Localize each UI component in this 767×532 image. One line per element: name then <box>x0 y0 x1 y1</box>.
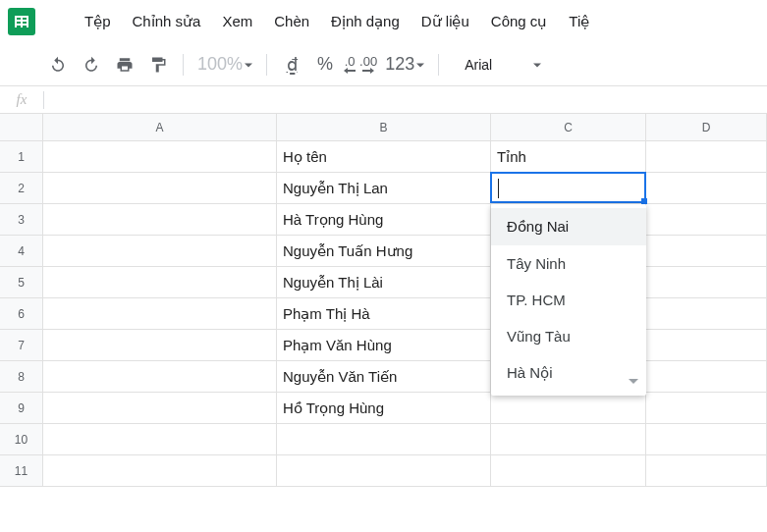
row-header[interactable]: 8 <box>0 361 43 393</box>
cell[interactable] <box>43 267 277 298</box>
menu-view[interactable]: Xem <box>212 7 262 36</box>
cell[interactable] <box>43 141 277 173</box>
undo-icon <box>49 56 67 74</box>
cell[interactable] <box>43 361 277 393</box>
cell[interactable] <box>646 141 767 173</box>
cell[interactable] <box>491 173 646 204</box>
cell[interactable] <box>646 361 767 393</box>
arrow-left-icon <box>344 68 356 74</box>
cell[interactable] <box>646 393 767 424</box>
print-button[interactable] <box>110 50 139 80</box>
cell[interactable] <box>277 424 491 455</box>
row-header[interactable]: 4 <box>0 236 43 267</box>
chevron-down-icon <box>629 374 638 390</box>
arrow-right-icon <box>362 68 374 74</box>
cell[interactable] <box>646 236 767 267</box>
row-header[interactable]: 6 <box>0 298 43 330</box>
cell[interactable] <box>646 455 767 487</box>
col-header-b[interactable]: B <box>277 114 491 141</box>
menu-insert[interactable]: Chèn <box>264 7 319 36</box>
fx-icon: fx <box>0 91 43 108</box>
menu-edit[interactable]: Chỉnh sửa <box>123 7 211 36</box>
menubar: Tệp Chỉnh sửa Xem Chèn Định dạng Dữ liệu… <box>0 0 767 43</box>
row-header[interactable]: 7 <box>0 330 43 361</box>
col-header-d[interactable]: D <box>646 114 767 141</box>
column-headers: A B C D <box>0 114 767 141</box>
cell[interactable]: Nguyễn Tuấn Hưng <box>277 236 491 267</box>
cell[interactable] <box>646 204 767 236</box>
increase-decimal-button[interactable]: .00 <box>359 50 377 80</box>
data-validation-dropdown: Đồng Nai Tây Ninh TP. HCM Vũng Tàu Hà Nộ… <box>491 204 646 396</box>
paint-format-button[interactable] <box>143 50 173 80</box>
undo-button[interactable] <box>43 50 73 80</box>
decrease-decimal-button[interactable]: .0 <box>344 50 356 80</box>
toolbar-separator <box>438 54 439 76</box>
cells-area: Họ tênTỉnh Nguyễn Thị Lan Hà Trọng Hùng … <box>43 141 767 487</box>
font-name: Arial <box>465 57 492 73</box>
dropdown-option[interactable]: Hà Nội <box>491 354 646 392</box>
fx-separator <box>43 91 44 109</box>
select-all-corner[interactable] <box>0 114 43 141</box>
cell[interactable] <box>43 236 277 267</box>
numfmt-label: 123 <box>385 54 414 75</box>
chevron-down-icon <box>533 57 541 73</box>
cell[interactable] <box>646 173 767 204</box>
cell[interactable] <box>43 455 277 487</box>
toolbar-separator <box>266 54 267 76</box>
cell[interactable] <box>646 330 767 361</box>
menu-tools[interactable]: Công cụ <box>481 7 558 36</box>
redo-button[interactable] <box>77 50 106 80</box>
row-header[interactable]: 9 <box>0 393 43 424</box>
print-icon <box>116 56 134 74</box>
cell[interactable] <box>277 455 491 487</box>
cell[interactable] <box>43 298 277 330</box>
font-dropdown[interactable]: Arial <box>459 57 547 73</box>
redo-icon <box>82 56 100 74</box>
cell[interactable]: Hà Trọng Hùng <box>277 204 491 236</box>
dropdown-option[interactable]: Tây Ninh <box>491 245 646 282</box>
cell[interactable] <box>646 267 767 298</box>
menu-file[interactable]: Tệp <box>75 7 121 36</box>
row-header[interactable]: 5 <box>0 267 43 298</box>
cell[interactable] <box>491 455 646 487</box>
cell[interactable] <box>43 330 277 361</box>
cell[interactable] <box>43 393 277 424</box>
zoom-dropdown[interactable]: 100% <box>193 50 256 80</box>
toolbar-separator <box>183 54 184 76</box>
row-header[interactable]: 11 <box>0 455 43 487</box>
cell[interactable] <box>43 204 277 236</box>
row-header[interactable]: 3 <box>0 204 43 236</box>
cell[interactable] <box>491 393 646 424</box>
cell[interactable]: Nguyễn Thị Lài <box>277 267 491 298</box>
cell[interactable]: Tỉnh <box>491 141 646 173</box>
cell[interactable]: Hồ Trọng Hùng <box>277 393 491 424</box>
more-formats-dropdown[interactable]: 123 <box>381 50 428 80</box>
col-header-a[interactable]: A <box>43 114 277 141</box>
menu-format[interactable]: Định dạng <box>321 7 410 36</box>
currency-symbol: ₫ <box>287 54 298 76</box>
formula-bar: fx <box>0 86 767 114</box>
row-header[interactable]: 1 <box>0 141 43 173</box>
cell[interactable]: Nguyễn Văn Tiến <box>277 361 491 393</box>
cell[interactable]: Phạm Thị Hà <box>277 298 491 330</box>
currency-button[interactable]: ₫ <box>277 50 306 80</box>
percent-button[interactable]: % <box>310 50 340 80</box>
cell[interactable]: Nguyễn Thị Lan <box>277 173 491 204</box>
menu-extensions[interactable]: Tiệ <box>559 7 599 36</box>
sheets-logo-icon <box>8 8 35 35</box>
menu-data[interactable]: Dữ liệu <box>411 7 479 36</box>
cell[interactable]: Họ tên <box>277 141 491 173</box>
cell[interactable]: Phạm Văn Hùng <box>277 330 491 361</box>
row-header[interactable]: 2 <box>0 173 43 204</box>
chevron-down-icon <box>416 54 424 75</box>
dropdown-option[interactable]: TP. HCM <box>491 282 646 318</box>
col-header-c[interactable]: C <box>491 114 646 141</box>
cell[interactable] <box>43 424 277 455</box>
dropdown-option[interactable]: Vũng Tàu <box>491 318 646 354</box>
row-header[interactable]: 10 <box>0 424 43 455</box>
dropdown-option[interactable]: Đồng Nai <box>491 208 646 245</box>
cell[interactable] <box>43 173 277 204</box>
cell[interactable] <box>491 424 646 455</box>
cell[interactable] <box>646 298 767 330</box>
cell[interactable] <box>646 424 767 455</box>
